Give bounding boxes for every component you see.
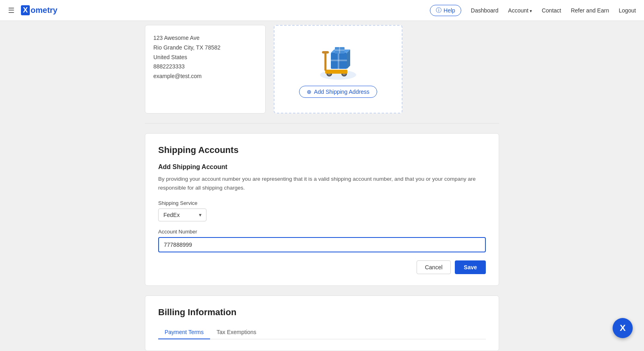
tab-tax-exemptions[interactable]: Tax Exemptions [210,326,263,339]
shipping-service-group: Shipping Service FedEx UPS DHL USPS ▼ [158,200,486,221]
shipping-service-select[interactable]: FedEx UPS DHL USPS [158,209,206,221]
shipping-placeholder-card: ⊕ Add Shipping Address [274,25,402,114]
svg-rect-6 [324,53,326,71]
svg-marker-11 [347,50,350,69]
billing-title: Billing Information [158,307,486,318]
billing-tabs: Payment Terms Tax Exemptions [158,326,486,339]
help-label: Help [444,7,455,14]
chat-bubble-button[interactable]: X [613,318,633,338]
account-number-label: Account Number [158,229,486,235]
nav-dashboard[interactable]: Dashboard [471,7,499,14]
nav-account[interactable]: Account [508,7,532,14]
shipping-accounts-section: Shipping Accounts Add Shipping Account B… [145,133,499,286]
shipping-illustration [314,41,362,81]
add-shipping-address-button[interactable]: ⊕ Add Shipping Address [299,86,377,98]
plus-circle-icon: ⊕ [307,89,312,95]
nav-refer-earn[interactable]: Refer and Earn [571,7,609,14]
add-shipping-account-title: Add Shipping Account [158,163,486,171]
shipping-accounts-title: Shipping Accounts [158,145,486,155]
navbar-right: ⓘ Help Dashboard Account Contact Refer a… [430,5,636,16]
shipping-service-label: Shipping Service [158,200,486,206]
address-line3: United States [153,53,257,62]
address-line2: Rio Grande City, TX 78582 [153,43,257,53]
chat-x-icon: X [620,323,626,333]
cancel-button[interactable]: Cancel [417,260,451,274]
address-email: example@test.com [153,72,257,81]
logo[interactable]: Xometry [21,5,58,15]
section-divider [145,123,499,124]
svg-rect-13 [338,53,339,69]
save-button[interactable]: Save [455,260,486,274]
add-shipping-label: Add Shipping Address [314,89,369,95]
shipping-service-select-wrapper: FedEx UPS DHL USPS ▼ [158,209,206,221]
billing-section: Billing Information Payment Terms Tax Ex… [145,295,499,351]
logo-text: ometry [31,6,58,15]
shipping-account-description: By providing your account number you are… [158,175,486,192]
svg-rect-7 [322,51,329,54]
navbar: ☰ Xometry ⓘ Help Dashboard Account Conta… [0,0,644,21]
account-number-input[interactable] [158,237,486,252]
svg-rect-17 [339,47,340,54]
account-number-group: Account Number [158,229,486,252]
address-phone: 8882223333 [153,62,257,72]
navbar-left: ☰ Xometry [8,5,58,15]
page-content: 123 Awesome Ave Rio Grande City, TX 7858… [137,25,507,351]
logo-x-letter: X [21,5,30,15]
cards-row: 123 Awesome Ave Rio Grande City, TX 7858… [145,25,499,114]
address-card: 123 Awesome Ave Rio Grande City, TX 7858… [145,25,266,114]
nav-logout[interactable]: Logout [619,7,636,14]
help-button[interactable]: ⓘ Help [430,5,461,16]
svg-rect-5 [325,70,347,74]
form-actions: Cancel Save [158,260,486,274]
hamburger-icon[interactable]: ☰ [8,6,14,15]
info-icon: ⓘ [436,7,442,14]
address-line1: 123 Awesome Ave [153,33,257,43]
tab-payment-terms[interactable]: Payment Terms [158,326,210,339]
nav-contact[interactable]: Contact [542,7,561,14]
